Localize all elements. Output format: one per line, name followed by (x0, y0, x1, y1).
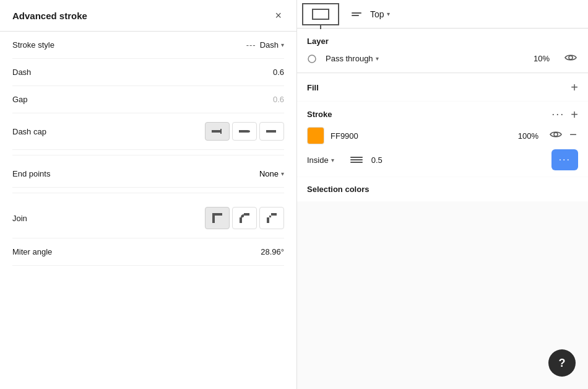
svg-rect-10 (271, 213, 277, 216)
stroke-position-selector[interactable]: Inside ▾ (307, 155, 334, 165)
selection-colors-section: Selection colors (297, 177, 588, 201)
add-fill-button[interactable]: + (571, 81, 578, 94)
stroke-section-title: Stroke (307, 110, 332, 119)
miter-angle-value[interactable]: 28.96° (261, 247, 284, 256)
end-points-label: End points (12, 169, 50, 178)
join-label: Join (12, 214, 27, 223)
stroke-opacity-value[interactable]: 100% (518, 131, 538, 141)
join-buttons (205, 207, 284, 229)
right-panel: Top ▾ Layer Pass through ▾ 10% (297, 0, 588, 389)
stroke-more-button[interactable]: ··· (551, 108, 564, 121)
stroke-style-row: Stroke style --- Dash ▾ (12, 32, 284, 59)
chevron-down-icon: ▾ (331, 157, 334, 164)
stroke-color-row: FF9900 100% (307, 127, 578, 144)
dash-cap-row: Dash cap (12, 113, 284, 150)
stroke-style-value: Dash (260, 40, 279, 50)
join-round-button[interactable] (232, 207, 257, 229)
join-bevel-button[interactable] (259, 207, 284, 229)
svg-rect-7 (240, 217, 242, 223)
svg-rect-3 (266, 130, 276, 133)
stroke-color-swatch[interactable] (307, 127, 324, 144)
align-rect (312, 9, 329, 20)
svg-point-15 (554, 133, 558, 136)
panel-content: Stroke style --- Dash ▾ Dash 0.6 Gap 0.6… (0, 32, 296, 389)
opacity-value[interactable]: 10% (534, 54, 550, 63)
blend-mode-selector[interactable]: Pass through ▾ (326, 54, 527, 63)
chevron-down-icon: ▾ (387, 11, 390, 17)
gap-label: Gap (12, 95, 28, 104)
stroke-style-control[interactable]: --- Dash ▾ (246, 40, 284, 50)
add-stroke-button[interactable]: + (571, 108, 578, 121)
end-points-row: End points None ▾ (12, 160, 284, 188)
top-label[interactable]: Top ▾ (370, 9, 390, 19)
text-align-icon (352, 8, 363, 20)
fill-section-title: Fill (307, 83, 319, 92)
panel-title: Advanced stroke (12, 11, 87, 21)
chevron-down-icon: ▾ (281, 170, 284, 177)
layer-row: Pass through ▾ 10% (307, 52, 578, 65)
align-icon (302, 3, 339, 25)
blend-mode-text: Pass through (326, 54, 373, 63)
advanced-dots-icon: ··· (559, 154, 571, 165)
dash-cap-buttons (205, 122, 284, 141)
visibility-button[interactable] (563, 52, 578, 65)
layer-section-title: Layer (307, 37, 578, 46)
svg-rect-8 (244, 213, 249, 216)
svg-point-14 (569, 56, 573, 59)
stroke-lines-icon (350, 157, 363, 163)
cap-round-button[interactable] (232, 122, 257, 141)
miter-angle-row: Miter angle 28.96° (12, 238, 284, 266)
join-miter-button[interactable] (205, 207, 230, 229)
layer-section: Layer Pass through ▾ 10% (297, 29, 588, 73)
top-text: Top (370, 9, 384, 19)
svg-rect-2 (239, 130, 248, 133)
gap-row: Gap 0.6 (12, 86, 284, 113)
advanced-stroke-button[interactable]: ··· (551, 149, 578, 170)
gap-value[interactable]: 0.6 (273, 95, 284, 104)
miter-angle-label: Miter angle (12, 247, 52, 256)
fill-section: Fill + (297, 74, 588, 101)
stroke-position-row: Inside ▾ 0.5 ··· (307, 149, 578, 170)
left-panel: Advanced stroke × Stroke style --- Dash … (0, 0, 297, 389)
dash-row: Dash 0.6 (12, 59, 284, 86)
cap-square-button[interactable] (259, 122, 284, 141)
dash-value[interactable]: 0.6 (273, 68, 284, 77)
stroke-position-text: Inside (307, 155, 329, 165)
svg-rect-0 (212, 130, 220, 133)
join-row: Join (12, 198, 284, 238)
dash-label: Dash (12, 68, 31, 77)
help-button[interactable]: ? (548, 349, 576, 377)
svg-rect-6 (212, 213, 222, 216)
stroke-style-label: Stroke style (12, 40, 54, 50)
remove-stroke-button[interactable] (568, 129, 578, 142)
close-button[interactable]: × (272, 9, 284, 22)
stroke-weight-value[interactable]: 0.5 (371, 155, 383, 165)
stroke-header: Stroke ··· + (307, 108, 578, 121)
stroke-section: Stroke ··· + FF9900 100% (297, 102, 588, 177)
svg-rect-9 (267, 217, 269, 223)
stroke-style-dropdown[interactable]: Dash ▾ (260, 40, 284, 50)
stroke-header-actions: ··· + (551, 108, 578, 121)
svg-rect-1 (220, 129, 222, 134)
dash-cap-label: Dash cap (12, 127, 46, 136)
end-points-dropdown[interactable]: None ▾ (259, 169, 284, 178)
blend-mode-icon (307, 53, 319, 65)
panel-header: Advanced stroke × (0, 0, 296, 32)
stroke-visibility-button[interactable] (550, 130, 562, 141)
svg-rect-16 (570, 134, 576, 136)
stroke-color-hex[interactable]: FF9900 (331, 131, 512, 141)
chevron-down-icon: ▾ (376, 55, 379, 62)
chevron-down-icon: ▾ (281, 42, 284, 48)
selection-colors-title: Selection colors (307, 185, 369, 194)
cap-butt-button[interactable] (205, 122, 230, 141)
align-line (320, 24, 321, 29)
end-points-value: None (259, 169, 279, 178)
top-bar: Top ▾ (297, 0, 588, 28)
svg-point-13 (308, 55, 316, 63)
svg-rect-4 (276, 129, 277, 134)
dash-preview: --- (246, 40, 256, 50)
